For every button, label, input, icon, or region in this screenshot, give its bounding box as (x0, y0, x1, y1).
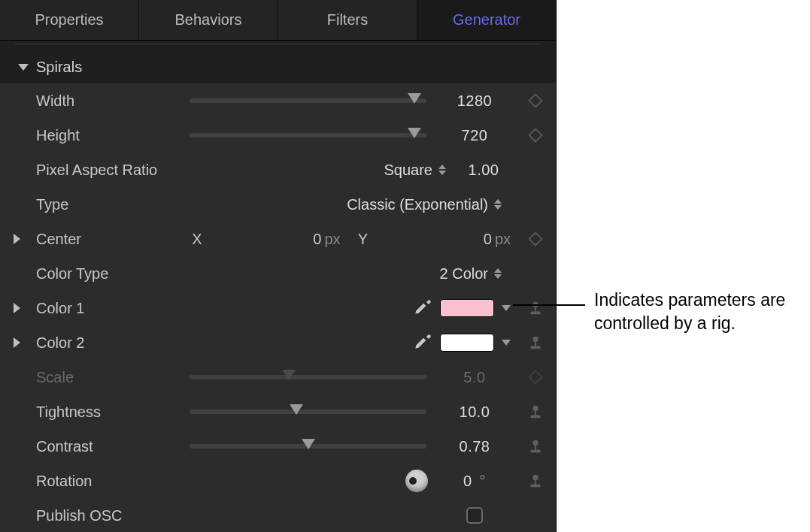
rig-joystick-icon[interactable] (527, 438, 544, 455)
height-slider[interactable] (190, 133, 426, 138)
parameter-list: Width 1280 Height 720 Pixe (0, 83, 556, 532)
disclosure-triangle-icon[interactable] (14, 337, 20, 348)
tab-label: Behaviors (175, 11, 242, 29)
svg-rect-13 (535, 479, 536, 484)
contrast-slider[interactable] (190, 444, 426, 449)
chevron-down-icon[interactable] (502, 305, 511, 311)
svg-point-12 (532, 475, 538, 480)
param-row-tightness: Tightness 10.0 (0, 394, 556, 429)
stepper-icon (494, 268, 502, 279)
svg-rect-14 (531, 485, 541, 488)
param-row-contrast: Contrast 0.78 (0, 429, 556, 464)
tab-properties[interactable]: Properties (0, 0, 139, 40)
param-row-color-1: Color 1 (0, 291, 556, 325)
type-popup[interactable]: Classic (Exponential) (344, 196, 505, 213)
popup-value: 2 Color (440, 265, 488, 283)
rig-joystick-icon[interactable] (527, 300, 544, 316)
param-label: Center (36, 231, 187, 248)
width-slider[interactable] (190, 98, 426, 103)
section-title: Spirals (36, 59, 82, 76)
param-row-publish-osc: Publish OSC (0, 498, 556, 532)
tightness-value[interactable]: 10.0 (438, 404, 511, 421)
param-label: Color 2 (36, 334, 187, 352)
param-row-height: Height 720 (0, 118, 556, 153)
height-value[interactable]: 720 (438, 127, 511, 144)
svg-rect-5 (531, 346, 541, 349)
param-label: Tightness (36, 404, 187, 421)
tab-label: Filters (327, 11, 368, 29)
rig-joystick-icon[interactable] (527, 473, 544, 489)
popup-value: Square (384, 162, 433, 179)
pixel-aspect-popup[interactable]: Square (381, 162, 450, 179)
param-row-color-type: Color Type 2 Color (0, 256, 556, 291)
param-label: Pixel Aspect Ratio (36, 162, 187, 179)
section-header-spirals[interactable]: Spirals (0, 50, 556, 83)
contrast-value[interactable]: 0.78 (438, 438, 511, 455)
unit-label: px (495, 231, 511, 247)
tab-label: Generator (453, 11, 520, 29)
rig-joystick-icon[interactable] (527, 404, 544, 420)
param-row-rotation: Rotation 0 ° (0, 464, 556, 498)
inspector-tabs: Properties Behaviors Filters Generator (0, 0, 556, 41)
param-row-type: Type Classic (Exponential) (0, 187, 556, 222)
unit-label: px (324, 231, 340, 247)
inspector-panel: Properties Behaviors Filters Generator S… (0, 0, 557, 532)
svg-rect-4 (535, 341, 536, 346)
svg-point-6 (532, 406, 538, 411)
eyedropper-icon[interactable] (413, 331, 432, 355)
param-row-center: Center X 0px Y 0px (0, 222, 556, 256)
scale-slider (190, 375, 426, 379)
color-2-well[interactable] (440, 334, 494, 352)
keyframe-icon[interactable] (528, 370, 543, 385)
tab-label: Properties (35, 11, 103, 29)
svg-rect-2 (531, 312, 541, 315)
svg-rect-7 (535, 410, 536, 415)
pixel-aspect-value[interactable]: 1.00 (457, 162, 511, 179)
param-row-color-2: Color 2 (0, 325, 556, 360)
rotation-dial[interactable] (405, 470, 428, 492)
param-label: Type (36, 196, 187, 213)
disclosure-triangle-icon[interactable] (14, 303, 20, 313)
stepper-icon (438, 165, 446, 175)
rig-joystick-icon[interactable] (527, 334, 544, 351)
disclosure-triangle-icon (18, 64, 29, 71)
eyedropper-icon[interactable] (413, 297, 432, 320)
rotation-value[interactable]: 0 ° (438, 473, 511, 490)
width-value[interactable]: 1280 (438, 92, 511, 110)
center-x-value[interactable]: 0 (313, 231, 321, 247)
param-label: Publish OSC (36, 507, 187, 524)
chevron-down-icon[interactable] (502, 340, 511, 346)
param-label: Contrast (36, 438, 187, 455)
param-row-scale: Scale 5.0 (0, 360, 556, 394)
svg-rect-11 (531, 450, 541, 453)
scale-value: 5.0 (438, 369, 511, 386)
param-label: Color 1 (36, 300, 187, 317)
axis-label-x: X (187, 231, 208, 248)
svg-rect-8 (531, 416, 541, 419)
param-label: Color Type (36, 265, 187, 283)
param-label: Width (36, 92, 187, 110)
center-y-value[interactable]: 0 (484, 231, 492, 247)
popup-value: Classic (Exponential) (347, 196, 488, 213)
color-type-popup[interactable]: 2 Color (437, 265, 505, 283)
param-row-width: Width 1280 (0, 83, 556, 118)
tab-generator[interactable]: Generator (417, 0, 556, 40)
keyframe-icon[interactable] (528, 128, 543, 143)
color-1-well[interactable] (440, 299, 494, 317)
svg-point-9 (532, 440, 538, 446)
keyframe-icon[interactable] (528, 93, 543, 108)
unit-label: ° (480, 473, 487, 489)
keyframe-icon[interactable] (528, 231, 543, 246)
tightness-slider[interactable] (190, 410, 426, 414)
tab-behaviors[interactable]: Behaviors (139, 0, 278, 40)
callout-leader-line (513, 304, 585, 306)
tab-filters[interactable]: Filters (278, 0, 417, 40)
axis-label-y: Y (348, 231, 378, 248)
param-label: Scale (36, 369, 187, 386)
publish-osc-checkbox[interactable] (466, 507, 483, 524)
svg-rect-1 (535, 307, 536, 311)
disclosure-triangle-icon[interactable] (14, 234, 20, 244)
svg-rect-10 (535, 445, 536, 449)
svg-point-3 (532, 337, 538, 342)
param-label: Height (36, 127, 187, 144)
